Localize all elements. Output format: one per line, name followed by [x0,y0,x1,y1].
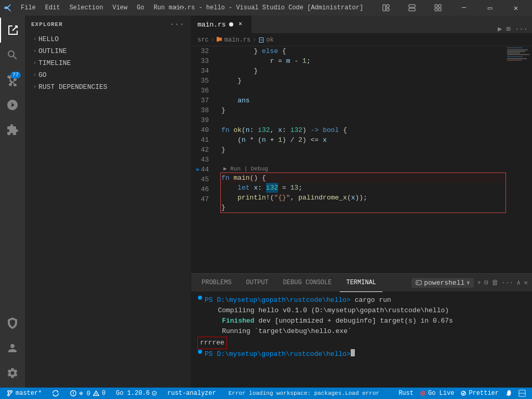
svg-rect-3 [409,5,415,7]
activity-explorer[interactable] [0,18,25,43]
sidebar-item-timeline[interactable]: › TIMELINE [25,57,191,69]
status-go-version[interactable]: Go 1.20.6 [114,390,159,397]
menu-edit[interactable]: Edit [41,3,64,12]
menu-bar: File Edit Selection View Go Run ··· [17,3,190,12]
tab-close-button[interactable]: × [236,20,245,29]
terminal-command: cargo run [351,295,391,305]
panel-close-icon[interactable]: ✕ [524,278,528,287]
status-layout-toggle[interactable] [516,390,528,397]
layout-icon[interactable] [374,0,398,16]
panel-up-icon[interactable]: ∧ [516,278,521,287]
sidebar-actions: ··· [169,20,184,29]
panel-tab-output[interactable]: OUTPUT [240,274,275,292]
kill-terminal-icon[interactable]: 🗑 [491,279,498,287]
svg-point-11 [198,296,202,300]
more-terminals-icon[interactable]: ··· [501,279,513,287]
menu-run[interactable]: Run [150,3,169,12]
warning-count: 0 [102,390,105,397]
add-terminal-icon[interactable]: + [477,279,481,287]
panel-tab-terminal[interactable]: TERMINAL [340,274,382,292]
terminal-line-2: Compiling hello v0.1.0 (D:\mysetup\gopat… [197,305,526,316]
svg-point-12 [198,350,202,354]
maximize-button[interactable]: ▭ [478,0,502,16]
menu-go[interactable]: Go [132,3,148,12]
status-git-branch[interactable]: master* [4,390,44,397]
svg-point-13 [8,391,10,393]
terminal-content[interactable]: PS D:\mysetup\gopath\rustcode\hello> car… [191,292,532,388]
menu-file[interactable]: File [17,3,40,12]
sidebar-item-label: HELLO [38,35,59,43]
close-button[interactable]: ✕ [504,0,528,16]
run-icon[interactable]: ▶ [498,24,502,33]
status-bar: master* ⊗ 0 0 Go 1.20.6 rust-analyzer Er… [0,388,532,399]
panel-tab-debug-console[interactable]: DEBUG CONSOLE [277,274,338,292]
code-line-38: } [221,105,506,115]
status-error-msg[interactable]: Error loading workspace: packages.Load e… [224,390,380,397]
menu-view[interactable]: View [108,3,131,12]
minimize-button[interactable]: ─ [452,0,476,16]
layout3-icon[interactable] [426,0,450,16]
editor-action-icon[interactable]: ⊞ [506,24,510,33]
activity-test[interactable] [0,311,25,336]
activity-bar: 77 [0,16,25,388]
status-rust-lang[interactable]: Rust [396,390,416,397]
chevron-right-icon: › [33,84,36,90]
svg-point-27 [422,392,424,394]
breadcrumb-fn[interactable]: fn ok [258,36,273,44]
prettier-label: Prettier [469,390,499,397]
code-line-debug-label: ▶ Run | Debug [221,165,506,173]
svg-point-22 [96,395,96,395]
status-sync[interactable] [50,390,61,397]
sidebar-item-outline[interactable]: › OUTLINE [25,45,191,57]
status-bar-right: Rust Go Live Prettier [396,390,528,397]
status-notifications[interactable] [503,390,514,397]
sidebar-action-more[interactable]: ··· [169,20,184,29]
panel-tab-problems[interactable]: PROBLEMS [195,274,238,292]
git-branch-label: master* [16,390,42,397]
code-area[interactable]: } else { r = m - 1; } } [217,46,506,273]
terminal-running: Running `target\debug\hello.exe` [206,326,352,337]
terminal-finished: Finished dev [unoptimized + debuginfo] t… [206,316,453,326]
activity-source-control[interactable]: 77 [0,68,25,92]
split-terminal-icon[interactable]: ⊟ [484,278,488,287]
activity-extensions[interactable] [0,117,25,142]
panel: PROBLEMS OUTPUT DEBUG CONSOLE TERMINAL p… [191,273,532,388]
code-line-34: } [221,66,506,76]
chevron-down-icon: ∨ [467,280,470,286]
breadcrumb: src › main.rs › fn ok [191,34,532,46]
sidebar-item-hello[interactable]: › HELLO [25,33,191,45]
svg-rect-8 [438,8,441,11]
status-go-live[interactable]: Go Live [418,390,456,397]
layout2-icon[interactable] [400,0,424,16]
status-prettier[interactable]: Prettier [458,390,501,397]
terminal-result-box: rrrree [197,337,227,349]
panel-tab-actions: powershell ∨ + ⊟ 🗑 ··· ∧ ✕ [411,278,528,288]
tab-main-rs[interactable]: main.rs × [191,16,251,33]
svg-rect-0 [383,5,385,11]
breadcrumb-sep2: › [252,36,256,44]
activity-account[interactable] [0,336,25,361]
code-line-35: } [221,76,506,86]
status-rust-analyzer[interactable]: rust-analyzer [165,390,218,397]
code-line-36 [221,86,506,96]
tab-bar: main.rs × ▶ ⊞ ··· [191,16,532,34]
tab-bar-actions: ▶ ⊞ ··· [494,24,532,33]
terminal-output: Compiling hello v0.1.0 (D:\mysetup\gopat… [206,305,449,316]
rust-lang-label: Rust [398,390,414,397]
window-controls: ─ ▭ ✕ [374,0,528,16]
breadcrumb-file[interactable]: main.rs [217,36,250,44]
terminal-shell-selector[interactable]: powershell ∨ [411,278,474,288]
activity-search[interactable] [0,43,25,68]
sidebar-item-go[interactable]: › GO [25,69,191,81]
menu-selection[interactable]: Selection [65,3,108,12]
tab-filename: main.rs [197,21,226,29]
activity-settings[interactable] [0,361,25,385]
error-msg-label: Error loading workspace: packages.Load e… [229,390,380,396]
activity-run[interactable] [0,92,25,117]
status-errors[interactable]: ⊗ 0 0 [68,390,108,397]
sidebar-item-rust-deps[interactable]: › RUST DEPENDENCIES [25,81,191,93]
editor-content[interactable]: 32 33 34 35 36 37 38 39 40 41 42 43 ▶44 … [191,46,532,273]
breadcrumb-src[interactable]: src [197,36,209,44]
terminal-shell-label: powershell [424,279,464,287]
editor-more-icon[interactable]: ··· [515,25,528,33]
